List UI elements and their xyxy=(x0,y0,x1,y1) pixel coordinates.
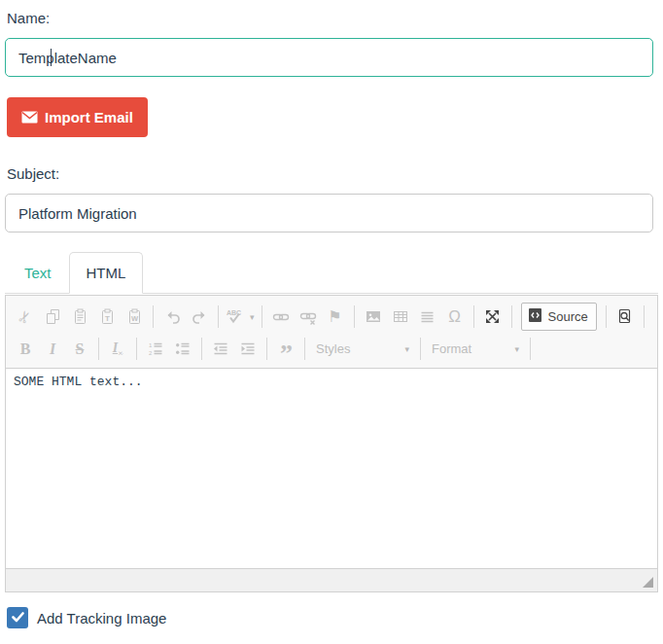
source-button-label: Source xyxy=(548,309,588,324)
toolbar-separator xyxy=(606,305,607,328)
tab-text[interactable]: Text xyxy=(7,252,69,294)
table-icon[interactable] xyxy=(388,304,413,330)
svg-text:T: T xyxy=(105,314,110,323)
toolbar-separator xyxy=(420,338,421,360)
redo-icon[interactable] xyxy=(187,304,212,330)
svg-text:W: W xyxy=(130,314,138,323)
template-editor-page: Name: Import Email Subject: Text HTML ✂ xyxy=(0,0,663,644)
format-dropdown-label: Format xyxy=(432,341,471,356)
unlink-icon[interactable] xyxy=(296,304,321,330)
chevron-down-icon: ▾ xyxy=(404,344,409,354)
bold-icon[interactable]: B xyxy=(13,337,38,362)
tracking-image-row: Add Tracking Image xyxy=(7,607,658,628)
name-input-wrap xyxy=(5,38,658,77)
anchor-flag-icon[interactable]: ⚑ xyxy=(323,304,348,330)
toolbar-separator xyxy=(511,305,512,328)
tracking-image-label: Add Tracking Image xyxy=(37,610,166,626)
tab-html[interactable]: HTML xyxy=(69,252,144,294)
import-email-button[interactable]: Import Email xyxy=(7,97,148,137)
name-label: Name: xyxy=(7,10,658,26)
format-dropdown[interactable]: Format ▾ xyxy=(428,339,523,359)
strikethrough-icon[interactable]: S xyxy=(67,337,92,362)
editor-bottom-bar xyxy=(6,568,657,591)
toolbar-separator xyxy=(473,305,474,328)
toolbar-separator xyxy=(136,338,137,360)
source-button[interactable]: Source xyxy=(521,303,597,331)
subject-label: Subject: xyxy=(7,165,658,182)
editor-toolbar: ✂ T W xyxy=(6,296,657,369)
paste-from-word-icon[interactable]: W xyxy=(122,304,147,330)
resize-handle[interactable] xyxy=(643,577,653,588)
decrease-indent-icon[interactable] xyxy=(208,337,233,362)
toolbar-separator xyxy=(218,305,219,328)
svg-text:2: 2 xyxy=(149,350,153,356)
remove-format-icon[interactable]: I× xyxy=(105,337,130,362)
undo-icon[interactable] xyxy=(159,304,185,330)
toolbar-row-1: ✂ T W xyxy=(10,301,653,333)
toolbar-separator xyxy=(304,338,305,360)
envelope-icon xyxy=(21,111,38,124)
html-source-textarea[interactable]: SOME HTML text... xyxy=(6,369,657,568)
subject-input[interactable] xyxy=(5,194,653,233)
editor-mode-tabs: Text HTML xyxy=(5,251,658,294)
checkmark-icon xyxy=(12,609,24,626)
link-icon[interactable] xyxy=(268,304,294,330)
toolbar-row-2: B I S I× 12 ” xyxy=(10,333,653,365)
toolbar-separator xyxy=(530,338,531,360)
toolbar-separator xyxy=(201,338,202,360)
add-tracking-checkbox[interactable] xyxy=(7,607,28,628)
special-character-icon[interactable]: Ω xyxy=(442,304,468,330)
name-input[interactable] xyxy=(5,38,653,77)
image-icon[interactable] xyxy=(361,304,386,330)
toolbar-separator xyxy=(266,338,267,360)
svg-text:1: 1 xyxy=(149,342,153,348)
source-icon xyxy=(528,307,542,326)
styles-dropdown-label: Styles xyxy=(316,341,350,356)
paste-icon[interactable] xyxy=(67,304,92,330)
maximize-icon[interactable] xyxy=(480,304,506,330)
increase-indent-icon[interactable] xyxy=(235,337,261,362)
spell-check-icon[interactable]: ABC ▾ xyxy=(225,304,256,330)
toolbar-separator xyxy=(354,305,355,328)
cut-icon[interactable]: ✂ xyxy=(13,304,38,330)
styles-dropdown[interactable]: Styles ▾ xyxy=(312,339,413,359)
numbered-list-icon[interactable]: 12 xyxy=(143,337,168,362)
toolbar-separator xyxy=(98,338,99,360)
copy-icon[interactable] xyxy=(40,304,65,330)
toolbar-separator xyxy=(644,305,645,328)
toolbar-separator xyxy=(262,305,262,328)
chevron-down-icon: ▾ xyxy=(250,312,255,322)
bulleted-list-icon[interactable] xyxy=(170,337,195,362)
blockquote-icon[interactable]: ” xyxy=(273,337,298,362)
preview-icon[interactable] xyxy=(612,304,638,330)
text-cursor xyxy=(51,49,52,66)
html-editor: ✂ T W xyxy=(5,295,658,592)
import-email-label: Import Email xyxy=(45,109,133,125)
italic-icon[interactable]: I xyxy=(40,337,65,362)
horizontal-rule-icon[interactable] xyxy=(415,304,440,330)
paste-plain-text-icon[interactable]: T xyxy=(94,304,120,330)
chevron-down-icon: ▾ xyxy=(514,344,519,354)
toolbar-separator xyxy=(153,305,154,328)
